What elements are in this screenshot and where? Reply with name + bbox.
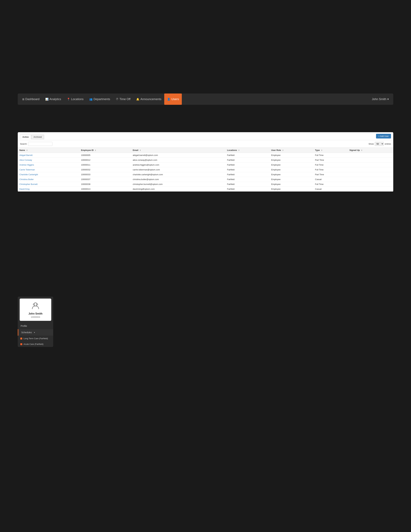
nav-announcements[interactable]: 🔔 Announcements	[133, 94, 164, 105]
cell-email: abigail.barrett@optum.com	[131, 153, 225, 158]
user-sidebar: John Smith 10000004 Profile Schedules ▾ …	[18, 297, 53, 347]
cell-type: Part Time	[314, 172, 348, 177]
add-user-button[interactable]: + Add User	[376, 134, 391, 139]
cell-signed-up	[348, 162, 393, 167]
entries-label: entries	[385, 143, 391, 145]
nav-timeoff[interactable]: ⏱ Time Off	[113, 94, 133, 105]
table-row: David King 10000013 david.king@optum.com…	[18, 187, 393, 191]
nav-analytics[interactable]: 📊 Analytics	[42, 94, 64, 105]
cell-locations: Fairfield	[225, 177, 270, 182]
col-email[interactable]: Email ⇕	[131, 148, 225, 153]
col-email-label: Email	[133, 149, 139, 151]
col-userrole-label: User Role	[271, 149, 281, 151]
cell-type: Casual	[314, 177, 348, 182]
cell-signed-up	[348, 177, 393, 182]
nav-announcements-label: Announcements	[140, 97, 161, 101]
table-row: Christina Butler 10000037 christina.butl…	[18, 177, 393, 182]
cell-user-role: Employee	[270, 172, 314, 177]
col-name-label: Name	[19, 149, 25, 151]
user-card-name: John Smith	[28, 312, 42, 315]
col-type-label: Type	[315, 149, 320, 151]
col-locations-label: Locations	[227, 149, 237, 151]
cell-signed-up	[348, 153, 393, 158]
table-row: Christopher Burnett 10000038 christopher…	[18, 182, 393, 187]
col-signed-up[interactable]: Signed Up ⇕	[348, 148, 393, 153]
cell-name[interactable]: Christopher Burnett	[18, 182, 79, 187]
sort-icon-type: ⇕	[321, 150, 322, 151]
cell-email: charlotte.cartwright@optum.com	[131, 172, 225, 177]
locations-icon: 📍	[67, 98, 70, 101]
cell-locations: Fairfield	[225, 153, 270, 158]
cell-employee-id: 10000037	[79, 177, 131, 182]
cell-email: christina.butler@optum.com	[131, 177, 225, 182]
dashboard-icon: ⊞	[22, 98, 24, 101]
cell-name[interactable]: Alice Conway	[18, 158, 79, 162]
col-signedup-label: Signed Up	[349, 149, 360, 151]
col-user-role[interactable]: User Role ⇕	[270, 148, 314, 153]
search-row: Search: Show 50 25 100 entries	[18, 140, 393, 148]
cell-employee-id: 10000032	[79, 167, 131, 172]
cell-type: Part Time	[314, 158, 348, 162]
cell-name[interactable]: David King	[18, 187, 79, 191]
sidebar-item-profile[interactable]: Profile	[18, 323, 53, 329]
search-area: Search:	[20, 142, 52, 146]
nav-locations[interactable]: 📍 Locations	[64, 94, 86, 105]
cell-signed-up	[348, 187, 393, 191]
users-icon: 👤	[167, 98, 170, 101]
nav-locations-label: Locations	[71, 97, 84, 101]
table-row: Charlotte Cartwright 10000033 charlotte.…	[18, 172, 393, 177]
sidebar-ac-label: Acute Care (Fairfield)	[24, 343, 44, 345]
table-row: Carrie Toberman 10000032 carrie.toberman…	[18, 167, 393, 172]
sort-icon-name: ⇕	[26, 150, 28, 151]
nav-timeoff-label: Time Off	[120, 97, 131, 101]
nav-dashboard-label: Dashboard	[25, 97, 39, 101]
nav-users[interactable]: 👤 Users	[164, 94, 182, 105]
sort-icon-signedup: ⇕	[361, 150, 362, 151]
nav-user-label: John Smith	[372, 97, 386, 101]
col-name[interactable]: Name ⇕	[18, 148, 79, 153]
cell-signed-up	[348, 167, 393, 172]
sort-icon-email: ⇕	[140, 150, 141, 151]
sort-icon-empid: ⇕	[95, 150, 96, 151]
users-table: Name ⇕ Employee ID ⇕ Email ⇕ Locations ⇕…	[18, 148, 393, 191]
col-empid-label: Employee ID	[81, 149, 94, 151]
cell-type: Full Time	[314, 153, 348, 158]
entries-select[interactable]: 50 25 100	[375, 142, 384, 146]
sidebar-item-schedules[interactable]: Schedules ▾	[18, 329, 53, 336]
user-card: John Smith 10000004	[20, 299, 51, 321]
cell-name[interactable]: Carrie Toberman	[18, 167, 79, 172]
cell-name[interactable]: Charlotte Cartwright	[18, 172, 79, 177]
cell-name[interactable]: Abigail Barrett	[18, 153, 79, 158]
tab-active[interactable]: Active	[20, 135, 31, 139]
sidebar-subitem-acute-care[interactable]: Acute Care (Fairfield)	[18, 341, 53, 347]
table-row: Abigail Barrett 10000005 abigail.barrett…	[18, 153, 393, 158]
cell-name[interactable]: Andrew Higgins	[18, 162, 79, 167]
cell-employee-id: 10000033	[79, 172, 131, 177]
svg-point-0	[34, 303, 37, 306]
nav-user-menu[interactable]: John Smith ▾	[369, 97, 392, 101]
search-input[interactable]	[28, 142, 52, 146]
user-card-id: 10000004	[31, 316, 40, 318]
col-type[interactable]: Type ⇕	[314, 148, 348, 153]
cell-locations: Fairfield	[225, 162, 270, 167]
col-locations[interactable]: Locations ⇕	[225, 148, 270, 153]
sort-icon-locations: ⇕	[238, 150, 240, 151]
chevron-down-icon: ▾	[34, 332, 35, 333]
search-label: Search:	[20, 143, 27, 145]
cell-locations: Fairfield	[225, 182, 270, 187]
cell-employee-id: 10000005	[79, 153, 131, 158]
cell-locations: Fairfield	[225, 158, 270, 162]
col-employee-id[interactable]: Employee ID ⇕	[79, 148, 131, 153]
tab-archived[interactable]: Archived	[31, 135, 44, 139]
cell-name[interactable]: Christina Butler	[18, 177, 79, 182]
sidebar-subitem-long-term-care[interactable]: Long Term Care (Fairfield)	[18, 336, 53, 341]
show-label: Show	[368, 143, 374, 145]
nav-departments-label: Departments	[93, 97, 110, 101]
cell-type: Full Time	[314, 182, 348, 187]
user-avatar-icon	[32, 302, 39, 311]
nav-dashboard[interactable]: ⊞ Dashboard	[19, 94, 42, 105]
cell-user-role: Employee	[270, 153, 314, 158]
cell-type: Full Time	[314, 162, 348, 167]
nav-departments[interactable]: 👥 Departments	[86, 94, 113, 105]
cell-signed-up	[348, 172, 393, 177]
